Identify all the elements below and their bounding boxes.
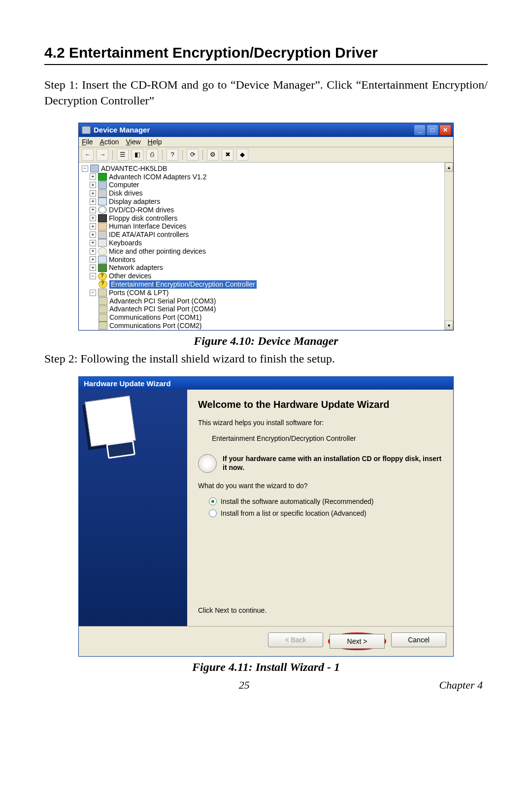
device-category-icon — [98, 239, 107, 247]
tree-node[interactable]: +Network adapters — [90, 264, 442, 272]
menu-file[interactable]: File — [82, 138, 93, 146]
tree-node[interactable]: +DVD/CD-ROM drives — [90, 206, 442, 214]
radio-list-label: Install from a list or specific location… — [221, 509, 366, 517]
device-category-icon — [98, 231, 107, 239]
tree-node[interactable]: +Keyboards — [90, 239, 442, 247]
radio-icon[interactable] — [209, 498, 217, 505]
expand-icon[interactable]: + — [90, 232, 96, 238]
unknown-device-icon — [99, 280, 107, 288]
expand-icon[interactable]: + — [90, 173, 96, 180]
device-category-icon — [98, 214, 107, 222]
tree-node-label: Floppy disk controllers — [109, 214, 177, 223]
tree-node[interactable]: +Monitors — [90, 256, 442, 264]
tree-node[interactable]: +Floppy disk controllers — [90, 214, 442, 223]
port-icon — [99, 322, 107, 330]
section-heading: 4.2 Entertainment Encryption/Decryption … — [44, 44, 488, 61]
port-label: Advantech PCI Serial Port (COM3) — [109, 297, 216, 305]
page-number: 25 — [49, 679, 439, 692]
hardware-update-wizard-window: Hardware Update Wizard Welcome to the Ha… — [78, 376, 454, 657]
expand-icon[interactable]: + — [90, 240, 96, 246]
figure-caption-1: Figure 4.10: Device Manager — [44, 334, 488, 348]
scroll-down-icon[interactable]: ▾ — [445, 321, 453, 330]
expand-icon[interactable]: + — [90, 207, 96, 213]
menu-action[interactable]: Action — [100, 138, 119, 146]
nav-back-icon[interactable]: ← — [82, 149, 94, 161]
next-button[interactable]: Next > — [330, 634, 385, 649]
devmgr-menubar[interactable]: File Action View Help — [79, 137, 453, 147]
tree-node[interactable]: +Display adapters — [90, 198, 442, 206]
tree-node[interactable]: −Other devices — [90, 272, 442, 280]
device-category-icon — [98, 173, 107, 181]
tree-node[interactable]: +Human Interface Devices — [90, 222, 442, 231]
maximize-button[interactable]: □ — [427, 125, 438, 135]
expand-icon[interactable]: + — [90, 223, 96, 230]
print-icon[interactable]: ⎙ — [146, 149, 158, 161]
tree-node-ports[interactable]: − Ports (COM & LPT) — [90, 289, 442, 297]
disable-icon[interactable]: ✖ — [222, 149, 233, 161]
tree-child[interactable]: Advantech PCI Serial Port (COM3) — [99, 297, 442, 305]
port-label: Communications Port (COM1) — [109, 313, 202, 322]
tree-child-selected[interactable]: Entertainment Encryption/Decryption Cont… — [99, 280, 442, 289]
devmgr-title: Device Manager — [94, 126, 414, 134]
radio-list[interactable]: Install from a list or specific location… — [209, 509, 442, 517]
scroll-up-icon[interactable]: ▴ — [445, 163, 453, 172]
wizard-titlebar[interactable]: Hardware Update Wizard — [79, 377, 453, 390]
menu-help[interactable]: Help — [148, 138, 162, 146]
tree-node[interactable]: +Computer — [90, 181, 442, 189]
device-category-icon — [98, 190, 107, 198]
toolbar-icon[interactable]: ☰ — [117, 149, 129, 161]
help-icon[interactable]: ? — [166, 149, 178, 161]
selected-device-label: Entertainment Encryption/Decryption Cont… — [109, 280, 257, 289]
device-category-icon — [98, 247, 107, 255]
collapse-icon[interactable]: − — [82, 166, 88, 172]
step1-text: Step 1: Insert the CD-ROM and go to “Dev… — [44, 77, 488, 109]
tree-node-label: Human Interface Devices — [109, 222, 186, 231]
tree-node[interactable]: +Disk drives — [90, 189, 442, 198]
scan-icon[interactable]: ⚙ — [207, 149, 219, 161]
radio-auto-label: Install the software automatically (Reco… — [221, 498, 373, 505]
device-category-icon — [98, 272, 107, 280]
wizard-sidebar-art — [79, 390, 187, 626]
cancel-button[interactable]: Cancel — [391, 632, 446, 647]
expand-icon[interactable]: − — [90, 273, 96, 279]
wizard-heading: Welcome to the Hardware Update Wizard — [198, 398, 442, 411]
minimize-button[interactable]: _ — [414, 125, 426, 135]
tree-child[interactable]: Communications Port (COM1) — [99, 313, 442, 322]
menu-view[interactable]: View — [126, 138, 141, 146]
tree-node-label: Display adapters — [109, 198, 160, 206]
radio-auto[interactable]: Install the software automatically (Reco… — [209, 498, 442, 505]
nav-forward-icon[interactable]: → — [97, 149, 108, 161]
scrollbar[interactable]: ▴ ▾ — [444, 163, 453, 330]
window-icon — [82, 126, 91, 134]
devmgr-toolbar: ← → ☰ ◧ ⎙ ? ⟳ ⚙ ✖ ◆ — [79, 147, 453, 163]
refresh-icon[interactable]: ⟳ — [187, 149, 199, 161]
expand-icon[interactable]: + — [90, 215, 96, 221]
expand-icon[interactable]: + — [90, 256, 96, 263]
device-tree[interactable]: − ADVANTEC-HK5LDB +Advantech ICOM Adapte… — [79, 163, 444, 330]
tree-node-label: Advantech ICOM Adapters V1.2 — [109, 173, 206, 181]
uninstall-icon[interactable]: ◆ — [236, 149, 248, 161]
tree-node-label: Monitors — [109, 256, 135, 264]
tree-node[interactable]: +Advantech ICOM Adapters V1.2 — [90, 173, 442, 181]
devmgr-titlebar[interactable]: Device Manager _ □ ✕ — [79, 123, 453, 137]
tree-root[interactable]: − ADVANTEC-HK5LDB — [82, 165, 442, 173]
tree-child[interactable]: Communications Port (COM2) — [99, 322, 442, 330]
expand-icon[interactable]: + — [90, 265, 96, 271]
expand-icon[interactable]: + — [90, 248, 96, 255]
close-button[interactable]: ✕ — [439, 125, 451, 135]
device-category-icon — [98, 264, 107, 272]
collapse-icon[interactable]: − — [90, 290, 96, 296]
expand-icon[interactable]: + — [90, 199, 96, 205]
port-icon — [99, 305, 107, 313]
expand-icon[interactable]: + — [90, 182, 96, 188]
tree-node[interactable]: +Mice and other pointing devices — [90, 247, 442, 256]
tree-child[interactable]: Advantech PCI Serial Port (COM4) — [99, 305, 442, 313]
expand-icon[interactable]: + — [90, 190, 96, 197]
tree-node[interactable]: +IDE ATA/ATAPI controllers — [90, 231, 442, 239]
step2-text: Step 2: Following the install shield wiz… — [44, 351, 488, 366]
radio-icon[interactable] — [209, 509, 217, 517]
tree-node-label: Mice and other pointing devices — [109, 247, 206, 256]
figure-caption-2: Figure 4.11: Install Wizard - 1 — [44, 661, 488, 674]
port-icon — [99, 297, 107, 305]
properties-icon[interactable]: ◧ — [132, 149, 143, 161]
